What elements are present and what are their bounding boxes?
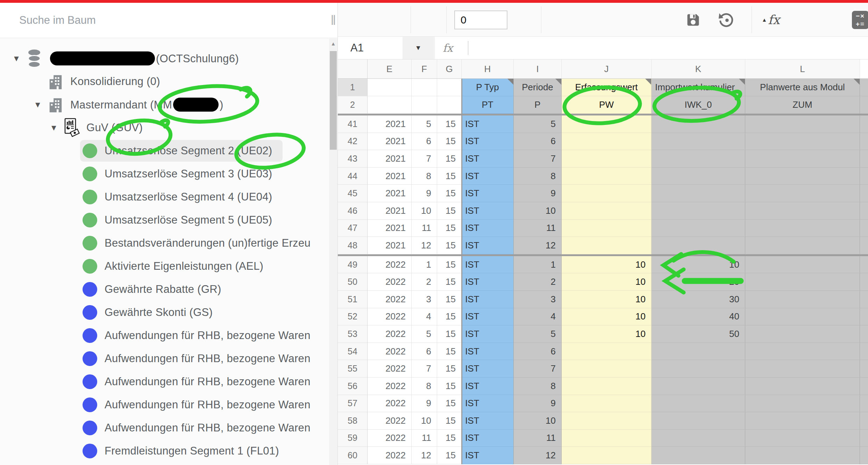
- cell-J42[interactable]: [562, 133, 652, 150]
- tree-item-rhb-1[interactable]: Aufwendungen für RHB, bezogene Waren: [0, 324, 329, 347]
- cell-M56[interactable]: [860, 378, 868, 395]
- cell-L41[interactable]: [745, 115, 860, 133]
- scroll-up-icon[interactable]: ▲: [329, 41, 337, 47]
- row-header-47[interactable]: 47: [338, 220, 368, 237]
- row-header-50[interactable]: 50: [338, 273, 368, 291]
- row-header-44[interactable]: 44: [338, 168, 368, 185]
- cell-F41[interactable]: 5: [412, 115, 437, 133]
- cell-H53[interactable]: IST: [462, 325, 514, 343]
- cell-H50[interactable]: IST: [462, 273, 514, 291]
- cell-K51[interactable]: 30: [652, 291, 745, 308]
- cell-K46[interactable]: [652, 202, 745, 220]
- cell-F52[interactable]: 4: [412, 308, 437, 326]
- row-header-59[interactable]: 59: [338, 430, 368, 447]
- cell-K44[interactable]: [652, 168, 745, 185]
- cell-J48[interactable]: [562, 237, 652, 254]
- tree-item-gs[interactable]: Gewährte Skonti (GS): [0, 301, 329, 324]
- tree-item-guv[interactable]: ▼GuV (GUV): [0, 116, 329, 139]
- cell-G47[interactable]: 15: [437, 220, 462, 237]
- cell-I57[interactable]: 9: [514, 395, 562, 413]
- cell-G51[interactable]: 15: [437, 291, 462, 308]
- row-header-57[interactable]: 57: [338, 395, 368, 413]
- column-header-K[interactable]: K: [652, 59, 745, 78]
- cell-H47[interactable]: IST: [462, 220, 514, 237]
- cell-K52[interactable]: 40: [652, 308, 745, 326]
- cell-M50[interactable]: [860, 273, 868, 291]
- cell-M53[interactable]: [860, 325, 868, 343]
- tree-item-rhb-3[interactable]: Aufwendungen für RHB, bezogene Waren: [0, 370, 329, 393]
- cell-I43[interactable]: 7: [514, 150, 562, 168]
- tree-item-ue03[interactable]: Umsatzserlöse Segment 3 (UE03): [0, 162, 329, 185]
- cell-L48[interactable]: [745, 237, 860, 254]
- cell-G53[interactable]: 15: [437, 325, 462, 343]
- cell-L59[interactable]: [745, 430, 860, 447]
- cell-K45[interactable]: [652, 185, 745, 202]
- cell-G41[interactable]: 15: [437, 115, 462, 133]
- tree-item-rhb-5[interactable]: Aufwendungen für RHB, bezogene Waren: [0, 416, 329, 439]
- cell-L52[interactable]: [745, 308, 860, 326]
- tree-item-bestandsveraenderungen[interactable]: Bestandsveränderungen (un)fertige Erzeu: [0, 232, 329, 255]
- cell-K59[interactable]: [652, 430, 745, 447]
- cell-G44[interactable]: 15: [437, 168, 462, 185]
- cell-G56[interactable]: 15: [437, 378, 462, 395]
- tree-item-ael[interactable]: Aktivierte Eigenleistungen (AEL): [0, 255, 329, 278]
- cell-F58[interactable]: 10: [412, 412, 437, 430]
- cell-L46[interactable]: [745, 202, 860, 220]
- cell-K43[interactable]: [652, 150, 745, 168]
- cell-F42[interactable]: 6: [412, 133, 437, 150]
- cell-G45[interactable]: 15: [437, 185, 462, 202]
- cell-G52[interactable]: 15: [437, 308, 462, 326]
- cell-E42[interactable]: 2021: [368, 133, 412, 150]
- cell-G42[interactable]: 15: [437, 133, 462, 150]
- cell-G54[interactable]: 15: [437, 343, 462, 360]
- tree-item-ue02[interactable]: Umsatzserlöse Segment 2 (UE02): [0, 139, 329, 162]
- cell-H51[interactable]: IST: [462, 291, 514, 308]
- row-header-1[interactable]: 1: [338, 79, 368, 96]
- save-button[interactable]: [685, 3, 702, 37]
- cell-J43[interactable]: [562, 150, 652, 168]
- cell-E46[interactable]: 2021: [368, 202, 412, 220]
- cell-F56[interactable]: 8: [412, 378, 437, 395]
- cell-I60[interactable]: 12: [514, 447, 562, 464]
- cell-K47[interactable]: [652, 220, 745, 237]
- cell-E49[interactable]: 2022: [368, 256, 412, 274]
- select-all-corner[interactable]: [338, 59, 368, 78]
- tree-item-fl01[interactable]: Fremdleistungen Segment 1 (FL01): [0, 439, 329, 463]
- cell-L1[interactable]: Planwerte aus Modul: [745, 79, 860, 96]
- cell-F53[interactable]: 5: [412, 325, 437, 343]
- column-header-M[interactable]: [860, 59, 868, 78]
- cell-E55[interactable]: 2022: [368, 360, 412, 378]
- cell-G58[interactable]: 15: [437, 412, 462, 430]
- cell-H1[interactable]: P Typ: [462, 79, 514, 96]
- cell-J45[interactable]: [562, 185, 652, 202]
- expand-arrow-icon[interactable]: ▼: [30, 100, 46, 110]
- formula-input[interactable]: [471, 37, 868, 59]
- row-header-41[interactable]: 41: [338, 115, 368, 133]
- cell-J49[interactable]: 10: [562, 256, 652, 274]
- cell-J1[interactable]: Erfassungswert: [562, 79, 652, 96]
- cell-M45[interactable]: [860, 185, 868, 202]
- cell-I41[interactable]: 5: [514, 115, 562, 133]
- cell-L53[interactable]: [745, 325, 860, 343]
- cell-G1[interactable]: [437, 79, 462, 96]
- cell-L56[interactable]: [745, 378, 860, 395]
- cell-E44[interactable]: 2021: [368, 168, 412, 185]
- cell-I46[interactable]: 10: [514, 202, 562, 220]
- tree-scrollbar[interactable]: ▲: [329, 38, 337, 465]
- cell-F45[interactable]: 9: [412, 185, 437, 202]
- cell-H57[interactable]: IST: [462, 395, 514, 413]
- cell-H58[interactable]: IST: [462, 412, 514, 430]
- cell-M43[interactable]: [860, 150, 868, 168]
- cell-F46[interactable]: 10: [412, 202, 437, 220]
- cell-F47[interactable]: 11: [412, 220, 437, 237]
- cell-J55[interactable]: [562, 360, 652, 378]
- cell-K49[interactable]: 10: [652, 256, 745, 274]
- cell-I55[interactable]: 7: [514, 360, 562, 378]
- cell-G2[interactable]: [437, 96, 462, 114]
- cell-K53[interactable]: 50: [652, 325, 745, 343]
- cell-G60[interactable]: 15: [437, 447, 462, 464]
- cell-I1[interactable]: Periode: [514, 79, 562, 96]
- name-box-dropdown[interactable]: ▼: [403, 37, 434, 59]
- tree-item-rhb-2[interactable]: Aufwendungen für RHB, bezogene Waren: [0, 347, 329, 370]
- cell-G50[interactable]: 15: [437, 273, 462, 291]
